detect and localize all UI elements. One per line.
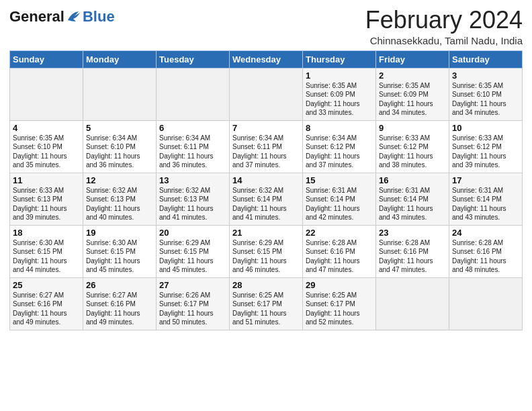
day-info: Sunrise: 6:35 AM Sunset: 6:09 PM Dayligh…: [379, 81, 446, 118]
calendar-day-cell: 23Sunrise: 6:28 AM Sunset: 6:16 PM Dayli…: [376, 225, 449, 277]
month-title: February 2024: [365, 7, 523, 34]
day-info: Sunrise: 6:29 AM Sunset: 6:15 PM Dayligh…: [159, 238, 226, 275]
day-number: 4: [13, 123, 80, 133]
calendar-day-cell: 2Sunrise: 6:35 AM Sunset: 6:09 PM Daylig…: [376, 68, 449, 120]
title-block: February 2024 Chinnasekkadu, Tamil Nadu,…: [365, 7, 523, 46]
calendar-header-row: SundayMondayTuesdayWednesdayThursdayFrid…: [10, 50, 523, 68]
calendar-day-header: Sunday: [10, 50, 83, 68]
day-info: Sunrise: 6:32 AM Sunset: 6:13 PM Dayligh…: [159, 186, 226, 222]
day-number: 22: [306, 228, 373, 238]
calendar-day-cell: 15Sunrise: 6:31 AM Sunset: 6:14 PM Dayli…: [303, 173, 376, 225]
day-number: 27: [159, 280, 226, 290]
day-info: Sunrise: 6:27 AM Sunset: 6:16 PM Dayligh…: [86, 291, 153, 327]
day-info: Sunrise: 6:29 AM Sunset: 6:15 PM Dayligh…: [232, 238, 300, 275]
calendar-day-cell: 28Sunrise: 6:25 AM Sunset: 6:17 PM Dayli…: [230, 277, 303, 330]
calendar-week-row: 4Sunrise: 6:35 AM Sunset: 6:10 PM Daylig…: [10, 120, 523, 173]
day-number: 21: [232, 228, 300, 238]
calendar-day-header: Wednesday: [230, 50, 303, 68]
day-number: 25: [13, 280, 80, 290]
day-number: 8: [306, 123, 373, 133]
calendar-day-cell: 21Sunrise: 6:29 AM Sunset: 6:15 PM Dayli…: [230, 225, 303, 277]
day-number: 26: [86, 280, 153, 290]
logo-general-text: General: [9, 8, 64, 26]
calendar-day-cell: 17Sunrise: 6:31 AM Sunset: 6:14 PM Dayli…: [449, 173, 523, 225]
calendar-day-cell: [449, 277, 523, 330]
calendar-day-header: Tuesday: [157, 50, 230, 68]
day-number: 3: [452, 71, 519, 81]
calendar-day-cell: 20Sunrise: 6:29 AM Sunset: 6:15 PM Dayli…: [157, 225, 230, 277]
day-number: 10: [452, 123, 519, 133]
calendar-day-cell: [10, 68, 83, 120]
calendar-week-row: 18Sunrise: 6:30 AM Sunset: 6:15 PM Dayli…: [10, 225, 523, 277]
day-number: 5: [86, 123, 153, 133]
day-info: Sunrise: 6:35 AM Sunset: 6:10 PM Dayligh…: [13, 134, 80, 170]
day-info: Sunrise: 6:25 AM Sunset: 6:17 PM Dayligh…: [232, 291, 300, 327]
calendar-day-cell: 3Sunrise: 6:35 AM Sunset: 6:10 PM Daylig…: [449, 68, 523, 120]
day-info: Sunrise: 6:35 AM Sunset: 6:09 PM Dayligh…: [306, 81, 373, 118]
day-info: Sunrise: 6:28 AM Sunset: 6:16 PM Dayligh…: [452, 238, 519, 275]
day-number: 23: [379, 228, 446, 238]
calendar-day-cell: 19Sunrise: 6:30 AM Sunset: 6:15 PM Dayli…: [83, 225, 157, 277]
day-info: Sunrise: 6:33 AM Sunset: 6:12 PM Dayligh…: [452, 134, 519, 170]
header: General Blue February 2024 Chinnasekkadu…: [9, 7, 523, 46]
calendar-week-row: 25Sunrise: 6:27 AM Sunset: 6:16 PM Dayli…: [10, 277, 523, 330]
location: Chinnasekkadu, Tamil Nadu, India: [365, 35, 523, 46]
page: General Blue February 2024 Chinnasekkadu…: [0, 0, 532, 411]
calendar-day-header: Monday: [83, 50, 157, 68]
calendar-day-cell: [157, 68, 230, 120]
calendar-day-cell: 29Sunrise: 6:25 AM Sunset: 6:17 PM Dayli…: [303, 277, 376, 330]
day-info: Sunrise: 6:33 AM Sunset: 6:13 PM Dayligh…: [13, 186, 80, 222]
day-info: Sunrise: 6:31 AM Sunset: 6:14 PM Dayligh…: [452, 186, 519, 222]
day-number: 18: [13, 228, 80, 238]
day-number: 29: [306, 280, 373, 290]
calendar-week-row: 11Sunrise: 6:33 AM Sunset: 6:13 PM Dayli…: [10, 173, 523, 225]
day-info: Sunrise: 6:35 AM Sunset: 6:10 PM Dayligh…: [452, 81, 519, 118]
day-number: 7: [232, 123, 300, 133]
day-info: Sunrise: 6:32 AM Sunset: 6:13 PM Dayligh…: [86, 186, 153, 222]
calendar-day-header: Friday: [376, 50, 449, 68]
day-number: 20: [159, 228, 226, 238]
calendar-day-cell: 1Sunrise: 6:35 AM Sunset: 6:09 PM Daylig…: [303, 68, 376, 120]
logo-blue-text: Blue: [83, 8, 115, 26]
calendar: SundayMondayTuesdayWednesdayThursdayFrid…: [9, 50, 523, 330]
day-number: 1: [306, 71, 373, 81]
day-number: 2: [379, 71, 446, 81]
calendar-day-cell: 8Sunrise: 6:34 AM Sunset: 6:12 PM Daylig…: [303, 120, 376, 173]
day-number: 17: [452, 175, 519, 185]
day-number: 19: [86, 228, 153, 238]
calendar-day-cell: 26Sunrise: 6:27 AM Sunset: 6:16 PM Dayli…: [83, 277, 157, 330]
day-info: Sunrise: 6:34 AM Sunset: 6:11 PM Dayligh…: [159, 134, 226, 170]
day-info: Sunrise: 6:33 AM Sunset: 6:12 PM Dayligh…: [379, 134, 446, 170]
day-info: Sunrise: 6:32 AM Sunset: 6:14 PM Dayligh…: [232, 186, 300, 222]
calendar-day-cell: 5Sunrise: 6:34 AM Sunset: 6:10 PM Daylig…: [83, 120, 157, 173]
calendar-day-cell: 24Sunrise: 6:28 AM Sunset: 6:16 PM Dayli…: [449, 225, 523, 277]
day-number: 6: [159, 123, 226, 133]
day-info: Sunrise: 6:31 AM Sunset: 6:14 PM Dayligh…: [379, 186, 446, 222]
day-info: Sunrise: 6:34 AM Sunset: 6:11 PM Dayligh…: [232, 134, 300, 170]
day-info: Sunrise: 6:28 AM Sunset: 6:16 PM Dayligh…: [306, 238, 373, 275]
calendar-day-cell: [83, 68, 157, 120]
day-number: 9: [379, 123, 446, 133]
calendar-day-header: Saturday: [449, 50, 523, 68]
day-info: Sunrise: 6:25 AM Sunset: 6:17 PM Dayligh…: [306, 291, 373, 327]
day-number: 12: [86, 175, 153, 185]
logo-bird-icon: [66, 11, 81, 23]
day-number: 28: [232, 280, 300, 290]
day-number: 11: [13, 175, 80, 185]
calendar-day-cell: 18Sunrise: 6:30 AM Sunset: 6:15 PM Dayli…: [10, 225, 83, 277]
day-number: 13: [159, 175, 226, 185]
calendar-week-row: 1Sunrise: 6:35 AM Sunset: 6:09 PM Daylig…: [10, 68, 523, 120]
day-number: 14: [232, 175, 300, 185]
calendar-day-cell: 16Sunrise: 6:31 AM Sunset: 6:14 PM Dayli…: [376, 173, 449, 225]
day-number: 15: [306, 175, 373, 185]
day-info: Sunrise: 6:26 AM Sunset: 6:17 PM Dayligh…: [159, 291, 226, 327]
calendar-day-header: Thursday: [303, 50, 376, 68]
calendar-day-cell: 22Sunrise: 6:28 AM Sunset: 6:16 PM Dayli…: [303, 225, 376, 277]
calendar-day-cell: 14Sunrise: 6:32 AM Sunset: 6:14 PM Dayli…: [230, 173, 303, 225]
day-number: 16: [379, 175, 446, 185]
calendar-day-cell: 9Sunrise: 6:33 AM Sunset: 6:12 PM Daylig…: [376, 120, 449, 173]
calendar-day-cell: 13Sunrise: 6:32 AM Sunset: 6:13 PM Dayli…: [157, 173, 230, 225]
logo: General Blue: [9, 8, 115, 26]
calendar-day-cell: [230, 68, 303, 120]
calendar-day-cell: 10Sunrise: 6:33 AM Sunset: 6:12 PM Dayli…: [449, 120, 523, 173]
